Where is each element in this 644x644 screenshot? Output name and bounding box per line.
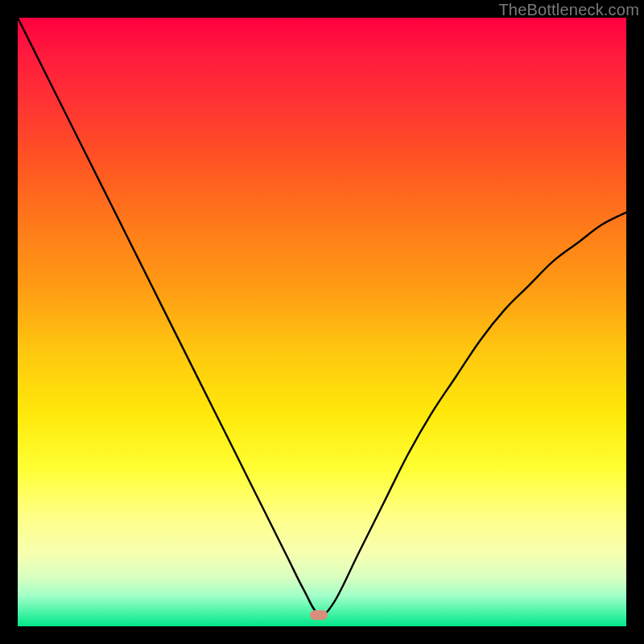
watermark-text: TheBottleneck.com bbox=[498, 1, 639, 19]
chart-frame: TheBottleneck.com bbox=[0, 0, 644, 644]
bottleneck-marker bbox=[310, 610, 328, 620]
plot-area bbox=[18, 18, 626, 626]
bottleneck-curve bbox=[18, 18, 626, 626]
